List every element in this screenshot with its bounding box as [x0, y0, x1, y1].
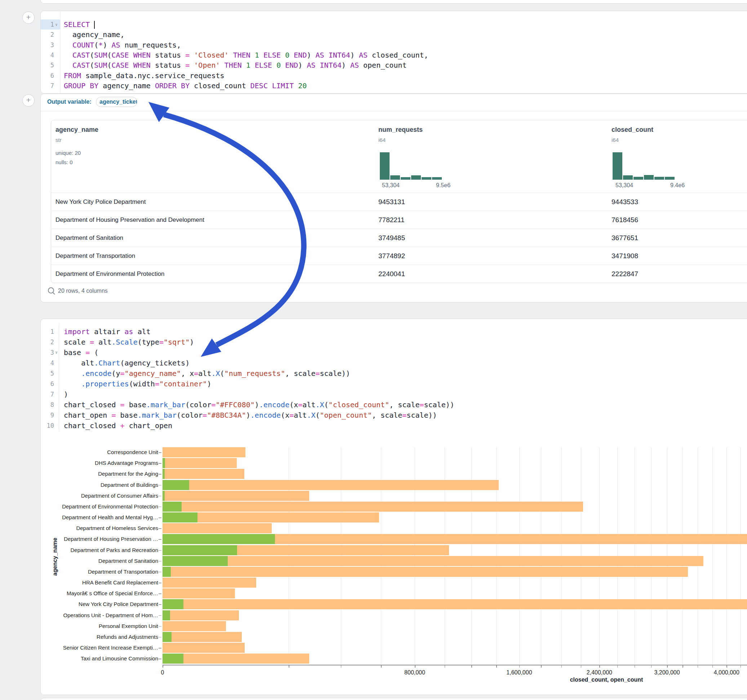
y-axis-label: Mayorâ€ s Office of Special Enforce…: [47, 590, 158, 596]
code-line[interactable]: 6FROM sample_data.nyc.service_requests: [41, 70, 747, 80]
text-cursor: [94, 21, 95, 29]
hist-max-num-requests: 9.5e6: [436, 182, 451, 189]
column-type-agency-name: str: [56, 137, 62, 143]
bar-open-count[interactable]: [163, 534, 275, 544]
bar-closed-count[interactable]: [163, 469, 244, 479]
bar-closed-count[interactable]: [163, 643, 245, 653]
table-row[interactable]: Department of Housing Preservation and D…: [51, 211, 747, 229]
bar-closed-count[interactable]: [163, 567, 688, 577]
code-line[interactable]: 1∨SELECT: [41, 20, 747, 30]
bar-open-count[interactable]: [163, 458, 165, 468]
line-number: 5: [41, 62, 60, 69]
bar-open-count[interactable]: [163, 556, 228, 566]
output-variable-chip[interactable]: agency_tickets: [96, 97, 137, 107]
cell-num-requests: 7782211: [378, 211, 405, 229]
cell-num-requests: 9453131: [378, 193, 405, 211]
x-axis-tick: [496, 665, 497, 668]
bar-closed-count[interactable]: [163, 502, 583, 512]
code-line[interactable]: 4 CAST(SUM(CASE WHEN status = 'Closed' T…: [41, 50, 747, 60]
x-axis-tick: [163, 665, 163, 668]
bar-closed-count[interactable]: [163, 523, 272, 533]
table-row-count: 20 rows, 4 columns: [58, 288, 108, 294]
bar-open-count[interactable]: [163, 653, 183, 664]
histogram-num-requests[interactable]: [380, 152, 442, 180]
histogram-bin: [432, 177, 442, 180]
bar-closed-count[interactable]: [163, 458, 237, 468]
histogram-bin: [644, 175, 654, 180]
code-line[interactable]: 2 agency_name,: [41, 30, 747, 39]
bar-open-count[interactable]: [163, 512, 198, 522]
bar-closed-count[interactable]: [163, 480, 499, 490]
bar-open-count[interactable]: [163, 480, 189, 490]
column-header-closed-count[interactable]: closed_count: [611, 126, 653, 134]
x-axis-tick: [698, 665, 699, 668]
code-text: COUNT(*) AS num_requests,: [60, 41, 181, 49]
code-text: CAST(SUM(CASE WHEN status = 'Closed' THE…: [60, 51, 428, 59]
bar-open-count[interactable]: [163, 632, 171, 642]
hist-max-closed-count: 9.4e6: [670, 182, 685, 189]
bar-closed-count[interactable]: [163, 621, 226, 631]
line-number: 2: [41, 31, 60, 38]
cell-agency-name: Department of Transportation: [56, 247, 135, 265]
bar-closed-count[interactable]: [163, 447, 245, 457]
y-axis-label: Department of Transportation: [47, 569, 158, 575]
x-axis-tick-label: 2,400,000: [570, 669, 628, 676]
cell-closed-count: 7618456: [611, 211, 638, 229]
output-variable-label: Output variable:: [47, 99, 92, 105]
chart-gridline: [726, 447, 727, 665]
line-number: 6: [41, 72, 60, 79]
y-axis-label: Department of Environmental Protection: [47, 503, 158, 510]
altair-chart: Correspondence UnitDHS Advantage Program…: [41, 319, 747, 695]
collapse-chevron-icon[interactable]: ∨: [54, 22, 59, 27]
x-axis-tick-label: 3,200,000: [638, 669, 696, 676]
x-axis-tick: [599, 665, 600, 668]
table-row[interactable]: Department of Environmental Protection22…: [51, 265, 747, 283]
search-icon[interactable]: [48, 287, 54, 293]
line-number: 3: [41, 41, 60, 48]
bar-closed-count[interactable]: [163, 556, 703, 566]
table-row[interactable]: New York City Police Department945313194…: [51, 193, 747, 211]
column-stat-unique: unique: 20: [56, 150, 81, 156]
bar-open-count[interactable]: [163, 502, 181, 512]
bar-open-count[interactable]: [163, 567, 171, 577]
table-row[interactable]: Department of Sanitation37494853677651: [51, 229, 747, 247]
bar-closed-count[interactable]: [163, 578, 256, 588]
bar-open-count[interactable]: [163, 610, 170, 620]
sql-cell-card: 1∨SELECT 2 agency_name,3 COUNT(*) AS num…: [40, 11, 747, 94]
histogram-closed-count[interactable]: [612, 152, 674, 180]
bar-closed-count[interactable]: [163, 491, 309, 501]
bar-closed-count[interactable]: [163, 632, 242, 642]
line-number: 1∨: [41, 21, 60, 28]
table-row[interactable]: Department of Transportation377489234719…: [51, 247, 747, 265]
x-axis-tick: [712, 665, 713, 668]
x-axis-title: closed_count, open_count: [534, 677, 679, 683]
y-axis-label: Department of Parks and Recreation: [47, 547, 158, 553]
bar-open-count[interactable]: [163, 545, 237, 555]
line-number: 7: [41, 82, 60, 89]
bar-open-count[interactable]: [163, 469, 165, 479]
code-line[interactable]: 7GROUP BY agency_name ORDER BY closed_co…: [41, 81, 747, 91]
bar-open-count[interactable]: [163, 491, 165, 501]
x-axis-tick: [381, 665, 382, 668]
add-cell-button-top[interactable]: +: [22, 12, 35, 24]
sql-code-editor[interactable]: 1∨SELECT 2 agency_name,3 COUNT(*) AS num…: [41, 20, 747, 91]
code-line[interactable]: 3 COUNT(*) AS num_requests,: [41, 40, 747, 50]
bar-closed-count[interactable]: [163, 599, 747, 609]
y-axis-label: Department of Health and Mental Hyg…: [47, 514, 158, 520]
column-header-agency-name[interactable]: agency_name: [56, 126, 98, 134]
bar-closed-count[interactable]: [163, 653, 309, 664]
code-line[interactable]: 5 CAST(SUM(CASE WHEN status = 'Open' THE…: [41, 60, 747, 70]
x-axis-tick: [541, 665, 541, 668]
bar-closed-count[interactable]: [163, 610, 239, 620]
bar-closed-count[interactable]: [163, 588, 235, 599]
column-stat-nulls: nulls: 0: [56, 159, 73, 165]
y-axis-tick: [159, 637, 162, 638]
cell-agency-name: Department of Environmental Protection: [56, 265, 164, 283]
y-axis-tick: [159, 517, 162, 518]
column-header-num-requests[interactable]: num_requests: [378, 126, 423, 134]
x-axis-tick-label: 1,600,000: [490, 669, 548, 676]
notebook-page: { "accent_colors": {"arrow_blue": "#2b54…: [0, 0, 747, 700]
y-axis-label: Department of Sanitation: [47, 558, 158, 564]
add-cell-button-middle[interactable]: +: [22, 94, 35, 107]
bar-open-count[interactable]: [163, 599, 183, 609]
